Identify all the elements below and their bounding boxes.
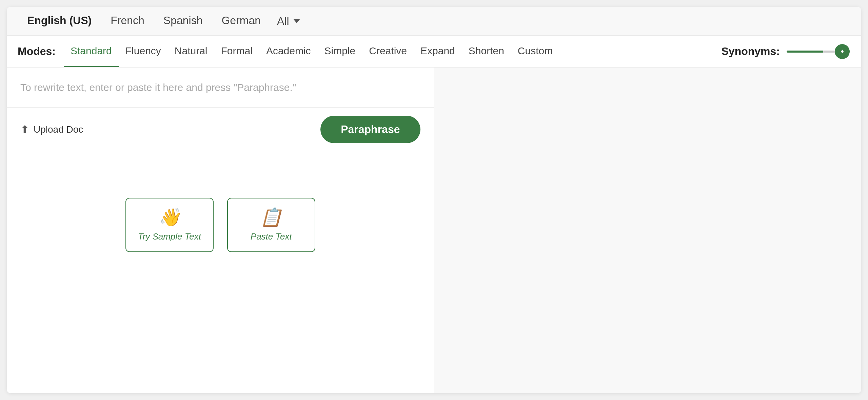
- synonyms-section: Synonyms: ♦: [722, 45, 850, 58]
- lang-tab-german[interactable]: German: [212, 7, 270, 35]
- mode-creative[interactable]: Creative: [362, 36, 414, 67]
- mode-shorten[interactable]: Shorten: [462, 36, 511, 67]
- language-bar: English (US) French Spanish German All: [7, 7, 861, 36]
- lang-tab-english[interactable]: English (US): [18, 7, 101, 35]
- mode-custom[interactable]: Custom: [511, 36, 559, 67]
- mode-formal[interactable]: Formal: [214, 36, 259, 67]
- mode-standard[interactable]: Standard: [64, 36, 119, 67]
- modes-label: Modes:: [18, 36, 56, 67]
- diamond-icon: ♦: [841, 48, 844, 55]
- paraphrase-button[interactable]: Paraphrase: [320, 116, 420, 143]
- lang-tab-french[interactable]: French: [101, 7, 154, 35]
- app-container: English (US) French Spanish German All M…: [7, 7, 861, 393]
- clipboard-icon: 📋: [260, 208, 282, 226]
- synonyms-slider-thumb[interactable]: ♦: [835, 44, 850, 59]
- mode-expand[interactable]: Expand: [414, 36, 462, 67]
- chevron-down-icon: [293, 19, 300, 23]
- try-sample-text-label: Try Sample Text: [138, 231, 201, 242]
- synonyms-slider[interactable]: ♦: [787, 51, 848, 53]
- mode-simple[interactable]: Simple: [318, 36, 362, 67]
- left-panel: To rewrite text, enter or paste it here …: [7, 68, 434, 393]
- bottom-bar: ⬆ Upload Doc Paraphrase: [7, 107, 434, 151]
- wave-icon: 👋: [158, 208, 180, 226]
- main-content: To rewrite text, enter or paste it here …: [7, 68, 861, 393]
- lang-tab-spanish[interactable]: Spanish: [154, 7, 212, 35]
- upload-doc-label: Upload Doc: [34, 124, 83, 135]
- action-buttons-area: 👋 Try Sample Text 📋 Paste Text: [125, 198, 315, 252]
- mode-fluency[interactable]: Fluency: [119, 36, 168, 67]
- right-panel: [434, 68, 862, 393]
- mode-natural[interactable]: Natural: [168, 36, 214, 67]
- modes-bar: Modes: Standard Fluency Natural Formal A…: [7, 36, 861, 68]
- paste-text-label: Paste Text: [251, 231, 292, 242]
- synonyms-label: Synonyms:: [722, 45, 780, 58]
- editor-placeholder: To rewrite text, enter or paste it here …: [7, 68, 434, 107]
- lang-tab-all[interactable]: All: [270, 7, 307, 35]
- upload-icon: ⬆: [20, 123, 29, 136]
- upload-doc-button[interactable]: ⬆ Upload Doc: [20, 123, 83, 136]
- paste-text-button[interactable]: 📋 Paste Text: [227, 198, 315, 252]
- mode-academic[interactable]: Academic: [259, 36, 318, 67]
- try-sample-text-button[interactable]: 👋 Try Sample Text: [125, 198, 214, 252]
